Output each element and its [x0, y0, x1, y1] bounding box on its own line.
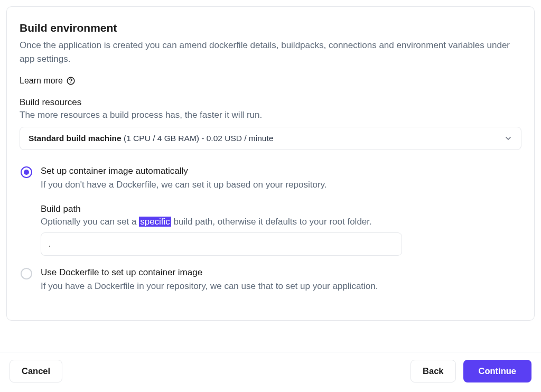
option-auto-title: Set up container image automatically [41, 166, 520, 176]
option-auto-radio[interactable] [21, 166, 32, 178]
chevron-down-icon [504, 134, 512, 143]
build-path-section: Build path Optionally you can set a spec… [41, 204, 520, 256]
learn-more-link[interactable]: Learn more [20, 76, 76, 86]
build-environment-card: Build environment Once the application i… [6, 6, 535, 321]
back-button[interactable]: Back [411, 360, 455, 382]
learn-more-label: Learn more [20, 76, 63, 86]
option-dockerfile-radio[interactable] [21, 268, 32, 279]
option-dockerfile-content: Use Dockerfile to set up container image… [41, 267, 520, 301]
option-auto-row: Set up container image automatically If … [21, 166, 520, 200]
container-setup-options: Set up container image automatically If … [20, 166, 521, 301]
build-resources-heading: Build resources [20, 97, 521, 108]
continue-button[interactable]: Continue [463, 360, 532, 382]
option-dockerfile-description: If you have a Dockerfile in your reposit… [41, 281, 520, 292]
help-circle-icon [66, 76, 76, 86]
option-auto-description: If you don't have a Dockerfile, we can s… [41, 180, 520, 190]
footer-bar: Cancel Back Continue [0, 352, 541, 392]
build-resources-selected: Standard build machine (1 CPU / 4 GB RAM… [29, 134, 273, 143]
highlighted-text: specific [139, 217, 171, 227]
option-auto-content: Set up container image automatically If … [41, 166, 520, 200]
section-title: Build environment [20, 22, 521, 34]
footer-right-group: Back Continue [411, 360, 531, 382]
build-resources-description: The more resources a build process has, … [20, 110, 521, 120]
option-dockerfile-title: Use Dockerfile to set up container image [41, 267, 520, 278]
build-path-input[interactable] [41, 232, 402, 256]
build-path-description: Optionally you can set a specific build … [41, 217, 520, 227]
section-description: Once the application is created you can … [20, 39, 521, 66]
cancel-button[interactable]: Cancel [10, 360, 62, 382]
option-dockerfile-row: Use Dockerfile to set up container image… [21, 267, 520, 301]
build-resources-select[interactable]: Standard build machine (1 CPU / 4 GB RAM… [20, 127, 521, 150]
build-path-label: Build path [41, 204, 520, 214]
